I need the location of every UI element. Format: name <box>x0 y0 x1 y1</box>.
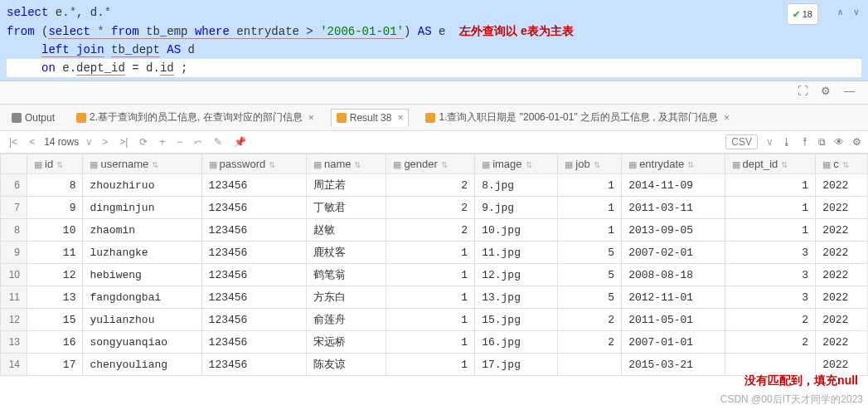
table-row[interactable]: 1316songyuanqiao123456宋远桥116.jpg22007-01… <box>1 331 868 354</box>
cell-name[interactable]: 周芷若 <box>306 174 386 197</box>
cell-entrydate[interactable]: 2013-09-05 <box>622 219 725 242</box>
cell-id[interactable]: 9 <box>27 197 83 219</box>
cell-password[interactable]: 123456 <box>201 309 306 331</box>
cell-id[interactable]: 17 <box>27 354 83 376</box>
revert-icon[interactable]: ⤺ <box>192 136 205 148</box>
settings-icon[interactable]: ⚙ <box>852 136 861 148</box>
cell-password[interactable]: 123456 <box>201 197 306 219</box>
next-page-icon[interactable]: > <box>99 136 110 148</box>
tab-query1[interactable]: 1.查询入职日期是 "2006-01-01" 之后的员工信息 , 及其部门信息× <box>420 108 735 127</box>
cell-password[interactable]: 123456 <box>201 354 306 376</box>
table-row[interactable]: 1113fangdongbai123456方东白113.jpg52012-11-… <box>1 286 868 309</box>
export-csv-button[interactable]: CSV <box>725 134 758 149</box>
cell-entrydate[interactable]: 2011-03-11 <box>622 197 725 219</box>
cell-job[interactable]: 5 <box>558 242 622 264</box>
cell-username[interactable]: luzhangke <box>83 242 201 264</box>
cell-id[interactable]: 16 <box>27 331 83 354</box>
cell-username[interactable]: zhouzhiruo <box>83 174 201 197</box>
cell-username[interactable]: yulianzhou <box>83 309 201 331</box>
column-header-id[interactable]: ▦id⇅ <box>27 154 83 174</box>
cell-username[interactable]: chenyouliang <box>83 354 201 376</box>
cell-gender[interactable]: 2 <box>386 197 475 219</box>
tab-output[interactable]: Output <box>7 110 60 126</box>
cell-username[interactable]: songyuanqiao <box>83 331 201 354</box>
prev-page-icon[interactable]: < <box>27 136 37 148</box>
cell-dept_id[interactable]: 2 <box>725 309 816 331</box>
cell-password[interactable]: 123456 <box>201 264 306 286</box>
cell-id[interactable]: 12 <box>27 264 83 286</box>
cell-username[interactable]: dingminjun <box>83 197 201 219</box>
cell-dept_id[interactable]: 3 <box>725 242 816 264</box>
cell-c[interactable]: 2022 <box>816 174 868 197</box>
close-icon[interactable]: × <box>724 112 730 124</box>
column-header-job[interactable]: ▦job⇅ <box>558 154 622 174</box>
cell-name[interactable]: 鹿杖客 <box>306 242 386 264</box>
column-header-name[interactable]: ▦name⇅ <box>306 154 386 174</box>
cell-c[interactable]: 2022 <box>816 331 868 354</box>
cell-dept_id[interactable]: 3 <box>725 286 816 309</box>
cell-id[interactable]: 10 <box>27 219 83 242</box>
cell-c[interactable]: 2022 <box>816 264 868 286</box>
cell-dept_id[interactable]: 1 <box>725 219 816 242</box>
cell-gender[interactable]: 1 <box>386 309 475 331</box>
cell-gender[interactable]: 1 <box>386 354 475 376</box>
column-header-gender[interactable]: ▦gender⇅ <box>386 154 475 174</box>
cell-username[interactable]: zhaomin <box>83 219 201 242</box>
cell-name[interactable]: 赵敏 <box>306 219 386 242</box>
cell-image[interactable]: 16.jpg <box>475 331 558 354</box>
commit-icon[interactable]: ✎ <box>211 136 225 148</box>
table-row[interactable]: 1012hebiweng123456鹤笔翁112.jpg52008-08-183… <box>1 264 868 286</box>
add-row-icon[interactable]: + <box>157 136 167 148</box>
cell-image[interactable]: 17.jpg <box>475 354 558 376</box>
cell-entrydate[interactable]: 2007-01-01 <box>622 331 725 354</box>
cell-id[interactable]: 13 <box>27 286 83 309</box>
cell-job[interactable]: 1 <box>558 197 622 219</box>
cell-dept_id[interactable]: 2 <box>725 331 816 354</box>
cell-id[interactable]: 15 <box>27 309 83 331</box>
cell-name[interactable]: 丁敏君 <box>306 197 386 219</box>
expand-icon[interactable]: ⛶ <box>798 85 808 97</box>
cell-name[interactable]: 陈友谅 <box>306 354 386 376</box>
cell-gender[interactable]: 2 <box>386 174 475 197</box>
cell-entrydate[interactable]: 2014-11-09 <box>622 174 725 197</box>
cell-entrydate[interactable]: 2012-11-01 <box>622 286 725 309</box>
cell-job[interactable]: 5 <box>558 286 622 309</box>
cell-name[interactable]: 俞莲舟 <box>306 309 386 331</box>
tab-result38[interactable]: Result 38× <box>331 109 410 127</box>
cell-job[interactable]: 2 <box>558 331 622 354</box>
cell-gender[interactable]: 2 <box>386 219 475 242</box>
cell-c[interactable]: 2022 <box>816 309 868 331</box>
cell-entrydate[interactable]: 2007-02-01 <box>622 242 725 264</box>
cell-password[interactable]: 123456 <box>201 286 306 309</box>
view-icon[interactable]: 👁 <box>834 136 844 148</box>
sql-editor[interactable]: ✔ 18 ∧ ∨ select e.*, d.* from (select * … <box>0 0 868 81</box>
cell-image[interactable]: 15.jpg <box>475 309 558 331</box>
table-row[interactable]: 1215yulianzhou123456俞莲舟115.jpg22011-05-0… <box>1 309 868 331</box>
cell-job[interactable]: 1 <box>558 219 622 242</box>
cell-c[interactable]: 2022 <box>816 197 868 219</box>
cell-password[interactable]: 123456 <box>201 174 306 197</box>
table-row[interactable]: 810zhaomin123456赵敏210.jpg12013-09-051202… <box>1 219 868 242</box>
column-header-c[interactable]: ▦c⇅ <box>816 154 868 174</box>
clone-icon[interactable]: ⧉ <box>818 136 826 148</box>
cell-dept_id[interactable]: 1 <box>725 197 816 219</box>
cell-name[interactable]: 方东白 <box>306 286 386 309</box>
last-page-icon[interactable]: >| <box>117 136 130 148</box>
cell-image[interactable]: 10.jpg <box>475 219 558 242</box>
cell-entrydate[interactable]: 2015-03-21 <box>622 354 725 376</box>
cell-password[interactable]: 123456 <box>201 219 306 242</box>
table-row[interactable]: 911luzhangke123456鹿杖客111.jpg52007-02-013… <box>1 242 868 264</box>
cell-gender[interactable]: 1 <box>386 242 475 264</box>
cell-image[interactable]: 12.jpg <box>475 264 558 286</box>
cell-dept_id[interactable]: 3 <box>725 264 816 286</box>
cell-password[interactable]: 123456 <box>201 242 306 264</box>
column-header-image[interactable]: ▦image⇅ <box>475 154 558 174</box>
cell-username[interactable]: hebiweng <box>83 264 201 286</box>
upload-icon[interactable]: ⭱ <box>800 136 810 148</box>
download-icon[interactable]: ⭳ <box>782 136 792 148</box>
remove-row-icon[interactable]: − <box>174 136 185 148</box>
column-header-dept_id[interactable]: ▦dept_id⇅ <box>725 154 816 174</box>
cell-c[interactable]: 2022 <box>816 286 868 309</box>
exec-nav[interactable]: ∧ ∨ <box>835 3 861 22</box>
cell-entrydate[interactable]: 2008-08-18 <box>622 264 725 286</box>
